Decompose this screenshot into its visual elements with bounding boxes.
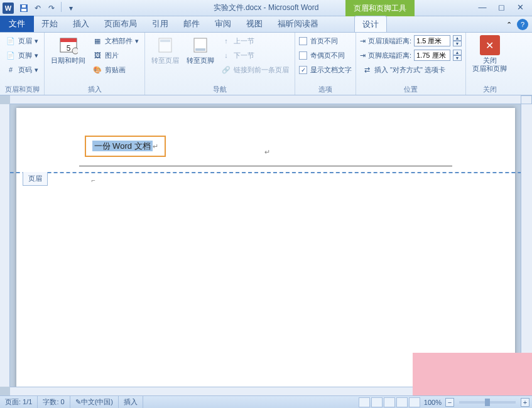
clipart-icon: 🎨 <box>92 65 102 75</box>
clipart-label: 剪贴画 <box>105 65 126 75</box>
overlay-box <box>413 353 532 395</box>
horizontal-ruler[interactable] <box>10 95 521 104</box>
view-print-layout-icon[interactable] <box>359 397 370 407</box>
date-time-button[interactable]: 5 日期和时间 <box>48 34 88 85</box>
footer-label: 页脚 <box>18 51 32 60</box>
footer-button[interactable]: 📄页脚 ▾ <box>4 48 40 62</box>
close-window-button[interactable]: ✕ <box>511 0 529 14</box>
tab-mailings[interactable]: 邮件 <box>176 16 207 32</box>
tab-review[interactable]: 审阅 <box>207 16 239 32</box>
tab-page-layout[interactable]: 页面布局 <box>97 16 144 32</box>
footer-icon: 📄 <box>6 50 16 60</box>
goto-footer-label: 转至页脚 <box>187 56 214 65</box>
minimize-button[interactable]: — <box>473 0 492 14</box>
spinner-up-icon[interactable]: ▲ <box>453 35 462 41</box>
document-page[interactable]: 一份 Word 文档↵ ↵ 页眉 ⌐ <box>16 108 515 387</box>
ribbon-tabs: 文件 开始 插入 页面布局 引用 邮件 审阅 视图 福昕阅读器 设计 ⌃ ? <box>0 16 532 33</box>
zoom-out-button[interactable]: − <box>445 398 454 407</box>
language-icon: ✎ <box>75 398 81 406</box>
spinner-up-icon[interactable]: ▲ <box>453 50 462 55</box>
zoom-in-button[interactable]: + <box>521 398 529 407</box>
header-boundary-line <box>10 172 521 173</box>
document-area: 一份 Word 文档↵ ↵ 页眉 ⌐ <box>0 95 532 395</box>
vertical-scrollbar[interactable] <box>521 104 532 387</box>
spinner-down-icon[interactable]: ▼ <box>453 41 462 46</box>
zoom-level[interactable]: 100% <box>424 399 442 406</box>
page-viewport: 一份 Word 文档↵ ↵ 页眉 ⌐ <box>10 104 521 387</box>
paragraph-mark-icon: ↵ <box>153 142 158 150</box>
svg-rect-4 <box>60 38 77 42</box>
status-bar: 页面: 1/1 字数: 0 ✎ 中文(中国) 插入 100% − + <box>0 395 532 408</box>
header-distance-input[interactable] <box>414 35 450 46</box>
file-tab[interactable]: 文件 <box>0 16 34 32</box>
clipart-button[interactable]: 🎨剪贴画 <box>90 63 141 77</box>
insert-align-tab-button[interactable]: ⇄插入 "对齐方式" 选项卡 <box>360 63 462 77</box>
group-label: 关闭 <box>470 85 509 95</box>
svg-rect-2 <box>22 5 26 8</box>
prev-label: 上一节 <box>234 36 254 46</box>
checkbox-icon <box>299 51 307 60</box>
footer-distance-label: 页脚底端距离: <box>368 51 411 60</box>
view-web-layout-icon[interactable] <box>384 397 395 407</box>
help-icon[interactable]: ? <box>517 19 528 30</box>
link-icon: 🔗 <box>221 65 231 75</box>
view-full-screen-icon[interactable] <box>371 397 383 407</box>
redo-icon[interactable]: ↷ <box>45 2 58 14</box>
tab-references[interactable]: 引用 <box>144 16 176 32</box>
goto-header-button[interactable]: 转至页眉 <box>149 34 182 85</box>
group-header-footer: 📄页眉 ▾ 📄页脚 ▾ #页码 ▾ 页眉和页脚 <box>0 33 45 95</box>
view-outline-icon[interactable] <box>396 397 408 407</box>
ribbon: 📄页眉 ▾ 📄页脚 ▾ #页码 ▾ 页眉和页脚 5 日期和时间 ▦文档部件 ▾ … <box>0 33 532 95</box>
header-rule-line <box>79 166 452 166</box>
view-draft-icon[interactable] <box>409 397 420 407</box>
prev-section-button[interactable]: ↑上一节 <box>219 34 291 48</box>
show-doc-text-checkbox[interactable]: ✓显示文档文字 <box>299 63 352 77</box>
maximize-button[interactable]: ◻ <box>492 0 511 14</box>
quick-parts-button[interactable]: ▦文档部件 ▾ <box>90 34 141 48</box>
zoom-thumb[interactable] <box>485 399 490 406</box>
status-word-count[interactable]: 字数: 0 <box>38 396 70 408</box>
minimize-ribbon-icon[interactable]: ⌃ <box>503 19 514 30</box>
calendar-icon: 5 <box>58 35 79 55</box>
header-icon: 📄 <box>6 36 16 46</box>
highlight-box: 一份 Word 文档↵ <box>85 136 166 157</box>
group-label: 导航 <box>149 85 291 95</box>
svg-point-6 <box>72 48 78 54</box>
tab-design[interactable]: 设计 <box>354 16 387 32</box>
header-button[interactable]: 📄页眉 ▾ <box>4 34 40 48</box>
close-icon: ✕ <box>480 35 500 55</box>
save-icon[interactable] <box>18 2 30 14</box>
tab-foxit[interactable]: 福昕阅读器 <box>270 16 326 32</box>
status-language[interactable]: ✎ 中文(中国) <box>70 396 119 408</box>
picture-button[interactable]: 🖼图片 <box>90 48 141 62</box>
footer-distance-input[interactable] <box>414 50 450 61</box>
status-insert-mode[interactable]: 插入 <box>119 396 143 408</box>
different-odd-even-checkbox[interactable]: 奇偶页不同 <box>299 48 352 62</box>
tab-insert[interactable]: 插入 <box>65 16 97 32</box>
goto-footer-button[interactable]: 转至页脚 <box>184 34 217 85</box>
page-number-icon: # <box>6 65 16 75</box>
different-first-checkbox[interactable]: 首页不同 <box>299 34 352 48</box>
group-options: 首页不同 奇偶页不同 ✓显示文档文字 选项 <box>295 33 356 95</box>
checkbox-icon <box>299 37 307 45</box>
tab-view[interactable]: 视图 <box>239 16 270 32</box>
close-header-footer-button[interactable]: ✕ 关闭页眉和页脚 <box>470 34 509 85</box>
goto-footer-icon <box>190 35 210 55</box>
page-number-button[interactable]: #页码 ▾ <box>4 63 40 77</box>
tab-home[interactable]: 开始 <box>34 16 65 32</box>
goto-header-icon <box>155 35 175 55</box>
header-text-selection[interactable]: 一份 Word 文档 <box>92 141 153 151</box>
link-previous-button[interactable]: 🔗链接到前一条页眉 <box>219 63 291 77</box>
svg-rect-8 <box>160 40 170 42</box>
zoom-slider[interactable] <box>459 401 516 404</box>
header-distance-label: 页眉顶端距离: <box>368 36 411 46</box>
ruler-toggle-icon[interactable] <box>521 95 532 104</box>
next-section-button[interactable]: ↓下一节 <box>219 48 291 62</box>
vertical-ruler[interactable] <box>0 104 10 387</box>
window-controls: — ◻ ✕ <box>473 0 529 14</box>
status-page[interactable]: 页面: 1/1 <box>0 396 38 408</box>
qat-customize-icon[interactable]: ▾ <box>65 2 77 14</box>
undo-icon[interactable]: ↶ <box>31 2 44 14</box>
word-app-icon: W <box>3 3 14 14</box>
spinner-down-icon[interactable]: ▼ <box>453 55 462 61</box>
